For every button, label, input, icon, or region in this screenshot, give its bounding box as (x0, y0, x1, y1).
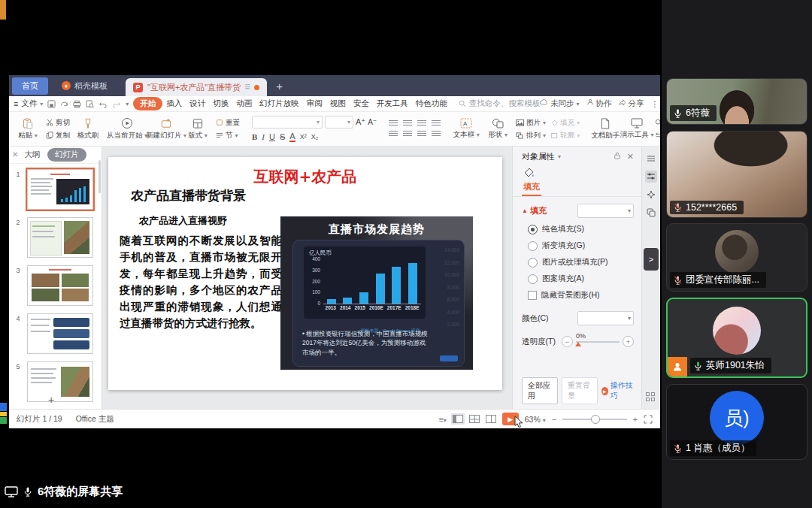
close-panel-icon[interactable]: ✕ (12, 150, 18, 159)
copy-button[interactable]: 复制 (46, 131, 70, 141)
file-menu[interactable]: ≡ 文件 ▾ (14, 98, 43, 109)
picture-button[interactable]: 图片 ▾ (516, 118, 546, 128)
menu-item-animation[interactable]: 动画 (232, 97, 256, 110)
layout-button[interactable]: 版式 ▾ (182, 118, 214, 141)
slide-thumbnail[interactable] (27, 169, 93, 210)
slide-thumbnail[interactable] (27, 217, 93, 258)
collab-button[interactable]: 协作 (586, 98, 612, 109)
superscript-button[interactable]: X² (300, 133, 307, 141)
tab-current-document[interactable]: P "互联网+农产品"直播带货 ⌸ (126, 78, 267, 96)
apply-all-button[interactable]: 全部应用 (522, 377, 558, 404)
tips-link[interactable]: ▶ 操作技巧 (601, 380, 634, 401)
transparency-plus-button[interactable]: + (623, 336, 634, 347)
slides-tab[interactable]: 幻灯片 (47, 148, 86, 162)
option-solid-fill[interactable]: 纯色填充(S) (522, 224, 634, 234)
preview-icon[interactable] (86, 100, 94, 108)
save-icon[interactable] (47, 100, 56, 108)
reset-background-button[interactable]: 重置背景 (562, 377, 598, 404)
zoom-slider-thumb[interactable] (591, 415, 600, 424)
number-list-icon[interactable] (403, 120, 412, 127)
strikethrough-button[interactable]: S (280, 132, 285, 141)
bold-button[interactable]: B (252, 132, 257, 141)
menu-item-home[interactable]: 开始 (133, 97, 162, 110)
increase-font-icon[interactable]: A⁺ (356, 117, 365, 127)
replace-button[interactable]: 替换 (655, 131, 660, 141)
participant-tile[interactable]: 152****2665 (666, 131, 807, 218)
align-left-icon[interactable] (389, 131, 398, 138)
chart-image[interactable]: 直播市场发展趋势 亿人民币 4003002001000 201320142015… (280, 216, 473, 370)
rail-shapes-icon[interactable] (645, 207, 657, 219)
menu-item-insert[interactable]: 插入 (162, 97, 186, 110)
font-color-button[interactable]: A (289, 132, 295, 142)
menu-item-review[interactable]: 审阅 (303, 97, 326, 110)
menu-item-security[interactable]: 安全 (350, 97, 373, 110)
cut-button[interactable]: 剪切 (46, 118, 70, 128)
redo-icon[interactable] (112, 100, 121, 108)
font-name-combo[interactable]: ▾ (252, 116, 323, 129)
line-spacing-icon[interactable] (432, 131, 441, 138)
section-button[interactable]: 节 ▾ (216, 131, 240, 141)
slide-title[interactable]: 互联网+农产品 (108, 167, 502, 187)
slide[interactable]: 互联网+农产品 农产品直播带货背景 农产品进入直播视野 随着互联网的不断发展以及… (108, 157, 502, 390)
fit-to-window-icon[interactable] (644, 415, 653, 424)
tab-docer-templates[interactable]: ♦ 稻壳模板 (54, 77, 115, 95)
command-search[interactable]: 查找命令、搜索模板 (459, 98, 541, 109)
outline-tab[interactable]: 大纲 (24, 150, 40, 160)
arrange-button[interactable]: 排列 ▾ (516, 131, 546, 141)
option-picture-fill[interactable]: 图片或纹理填充(P) (522, 257, 634, 268)
share-button[interactable]: 分享 (618, 98, 644, 109)
tab-home[interactable]: 首页 (12, 77, 48, 95)
outline-button[interactable]: 轮廓 ▾ (550, 131, 580, 141)
slide-heading[interactable]: 农产品直播带货背景 (131, 187, 246, 204)
menu-item-features[interactable]: 特色功能 (412, 97, 451, 110)
undo-icon[interactable] (98, 100, 108, 108)
output-icon[interactable] (60, 100, 68, 108)
menu-item-devtools[interactable]: 开发工具 (373, 97, 412, 110)
zoom-in-button[interactable]: + (633, 415, 638, 424)
option-pattern-fill[interactable]: 图案填充(A) (522, 274, 634, 284)
thumbnail-scrollbar[interactable] (98, 160, 101, 193)
add-slide-button[interactable]: + (48, 394, 54, 406)
transparency-minus-button[interactable]: − (562, 336, 573, 347)
more-menu-icon[interactable]: ⋮ (650, 99, 659, 108)
close-panel-icon[interactable]: ✕ (627, 152, 634, 162)
zoom-out-button[interactable]: − (552, 415, 556, 424)
fill-preset-combo[interactable]: ▾ (577, 204, 634, 218)
participant-tile[interactable]: 团委宣传部陈丽... (666, 223, 807, 292)
find-button[interactable]: 查找 (655, 118, 660, 128)
zoom-slider[interactable] (562, 419, 627, 420)
section-collapse-icon[interactable]: ▲ (522, 207, 528, 214)
indent-decrease-icon[interactable] (417, 120, 426, 127)
participant-tile[interactable]: 6符薇 (666, 78, 807, 125)
bullet-list-icon[interactable] (389, 120, 398, 127)
rail-effects-icon[interactable] (645, 189, 657, 201)
customize-toolbar-icon[interactable]: ▾ (126, 101, 129, 107)
paste-button[interactable]: 粘贴 ▾ (12, 118, 44, 141)
new-tab-button[interactable]: + (267, 80, 292, 92)
slideshow-play-button[interactable]: ▶ (502, 413, 519, 425)
chevron-down-icon[interactable]: ▾ (558, 153, 561, 160)
font-size-combo[interactable]: ▾ (325, 116, 353, 129)
reading-view-button[interactable] (486, 415, 496, 423)
format-painter-button[interactable]: 格式刷 (72, 118, 104, 141)
slide-body-text[interactable]: 随着互联网的不断发展以及智能手机的普及，直播市场被无限开发，每年都呈现上升趋势，… (120, 232, 282, 331)
print-icon[interactable] (73, 100, 81, 108)
slide-subheading[interactable]: 农产品进入直播视野 (139, 214, 227, 228)
menu-item-transition[interactable]: 切换 (209, 97, 232, 110)
transparency-slider[interactable]: 0% (576, 341, 620, 343)
decrease-font-icon[interactable]: A⁻ (368, 118, 377, 126)
color-combo[interactable]: ▾ (577, 311, 634, 325)
slide-thumbnail[interactable] (27, 361, 93, 402)
notes-button[interactable]: ≡▾ (439, 415, 447, 424)
theme-name[interactable]: Office 主题 (76, 414, 114, 425)
italic-button[interactable]: I (262, 132, 265, 141)
participant-tile-active-speaker[interactable]: 英师1901朱怡 (666, 298, 807, 378)
align-center-icon[interactable] (403, 131, 412, 138)
present-tools-button[interactable]: 演示工具 ▾ (621, 118, 653, 140)
menu-item-slideshow[interactable]: 幻灯片放映 (256, 97, 303, 110)
slide-thumbnail[interactable] (27, 265, 93, 306)
pin-lock-icon[interactable] (614, 152, 621, 160)
slide-sorter-button[interactable] (469, 415, 480, 423)
rail-properties-icon[interactable] (645, 171, 657, 183)
indent-increase-icon[interactable] (432, 120, 441, 127)
